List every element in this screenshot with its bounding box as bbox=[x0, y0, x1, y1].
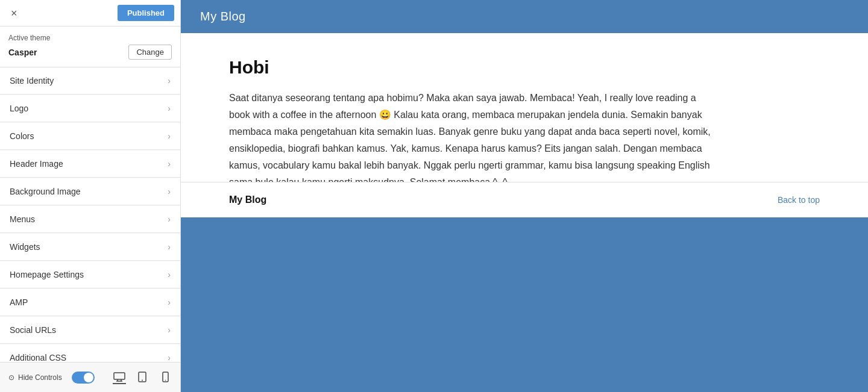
sidebar-item-label: Homepage Settings bbox=[10, 270, 84, 279]
close-button[interactable]: × bbox=[6, 5, 22, 21]
preview-footer-bar: My Blog Back to top bbox=[181, 182, 868, 217]
sidebar-item-label: Widgets bbox=[10, 242, 40, 252]
sidebar-item-label: Background Image bbox=[10, 187, 81, 196]
preview-content: Hobi Saat ditanya seseorang tentang apa … bbox=[181, 33, 868, 182]
post-title: Hobi bbox=[229, 57, 820, 78]
sidebar-item-header-image[interactable]: Header Image› bbox=[0, 151, 180, 178]
chevron-icon: › bbox=[168, 325, 171, 335]
back-to-top-link[interactable]: Back to top bbox=[778, 195, 820, 205]
sidebar-item-label: Menus bbox=[10, 214, 35, 224]
sidebar-item-label: AMP bbox=[10, 297, 28, 307]
sidebar-item-menus[interactable]: Menus› bbox=[0, 206, 180, 233]
sidebar-item-additional-css[interactable]: Additional CSS› bbox=[0, 344, 180, 362]
preview-header: My Blog bbox=[181, 0, 868, 33]
sidebar-item-widgets[interactable]: Widgets› bbox=[0, 234, 180, 261]
sidebar-item-background-image[interactable]: Background Image› bbox=[0, 178, 180, 205]
mobile-view-icon[interactable] bbox=[159, 371, 172, 384]
menu-list: Site Identity›Logo›Colors›Header Image›B… bbox=[0, 67, 180, 362]
theme-name: Casper bbox=[8, 48, 37, 57]
svg-rect-0 bbox=[114, 373, 125, 379]
chevron-icon: › bbox=[168, 297, 171, 307]
sidebar-item-homepage-settings[interactable]: Homepage Settings› bbox=[0, 261, 180, 288]
footer-icons bbox=[113, 371, 172, 384]
tablet-view-icon[interactable] bbox=[136, 371, 149, 384]
hide-controls-icon: ⊙ bbox=[8, 373, 14, 382]
sidebar-item-label: Additional CSS bbox=[10, 353, 66, 362]
sidebar-item-colors[interactable]: Colors› bbox=[0, 123, 180, 150]
preview-area: My Blog Hobi Saat ditanya seseorang tent… bbox=[181, 0, 868, 392]
post-body: Saat ditanya seseorang tentang apa hobim… bbox=[229, 90, 711, 182]
theme-label: Active theme bbox=[8, 34, 172, 42]
sidebar-item-label: Header Image bbox=[10, 159, 63, 169]
sidebar-item-label: Social URLs bbox=[10, 325, 56, 335]
blog-title: My Blog bbox=[200, 10, 246, 23]
sidebar-item-logo[interactable]: Logo› bbox=[0, 95, 180, 122]
sidebar-header: × Published bbox=[0, 0, 180, 26]
sidebar-footer: ⊙ Hide Controls bbox=[0, 362, 180, 392]
theme-row: Casper Change bbox=[8, 45, 172, 60]
chevron-icon: › bbox=[168, 76, 171, 86]
svg-point-7 bbox=[165, 379, 166, 381]
preview-footer-background bbox=[181, 217, 868, 392]
change-theme-button[interactable]: Change bbox=[128, 45, 172, 60]
chevron-icon: › bbox=[168, 242, 171, 252]
hide-controls-toggle[interactable] bbox=[72, 372, 95, 384]
chevron-icon: › bbox=[168, 104, 171, 113]
sidebar: × Published Active theme Casper Change S… bbox=[0, 0, 181, 392]
chevron-icon: › bbox=[168, 131, 171, 141]
chevron-icon: › bbox=[168, 187, 171, 196]
sidebar-item-label: Logo bbox=[10, 104, 28, 113]
sidebar-item-social-urls[interactable]: Social URLs› bbox=[0, 317, 180, 344]
sidebar-item-label: Site Identity bbox=[10, 76, 54, 86]
footer-blog-name: My Blog bbox=[229, 194, 266, 205]
sidebar-item-label: Colors bbox=[10, 131, 34, 141]
chevron-icon: › bbox=[168, 159, 171, 169]
sidebar-item-site-identity[interactable]: Site Identity› bbox=[0, 67, 180, 95]
published-button[interactable]: Published bbox=[118, 5, 174, 21]
chevron-icon: › bbox=[168, 214, 171, 224]
chevron-icon: › bbox=[168, 270, 171, 279]
theme-section: Active theme Casper Change bbox=[0, 26, 180, 67]
sidebar-item-amp[interactable]: AMP› bbox=[0, 289, 180, 316]
hide-controls-label: ⊙ Hide Controls bbox=[8, 373, 62, 382]
desktop-view-icon[interactable] bbox=[113, 371, 126, 384]
svg-point-5 bbox=[142, 379, 143, 381]
chevron-icon: › bbox=[168, 353, 171, 362]
